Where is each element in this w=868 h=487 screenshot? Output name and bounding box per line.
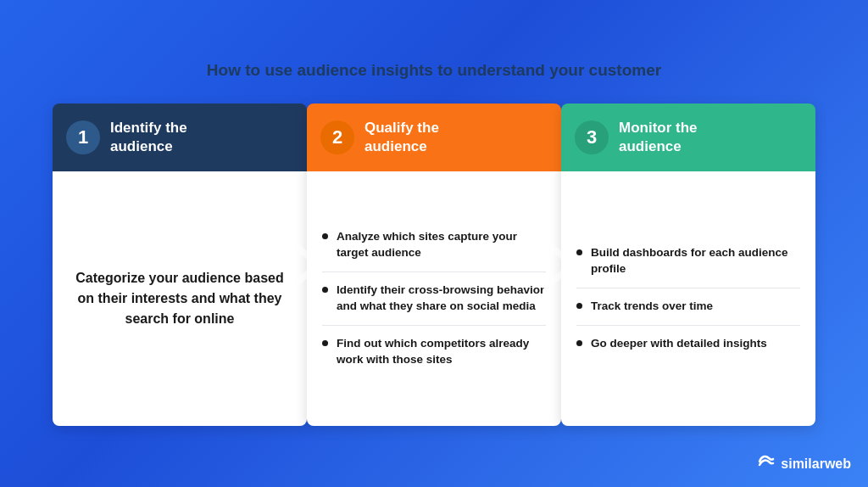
bullet-dot [322,340,328,346]
card-2-header: 2 Qualify the audience [307,104,561,171]
bullet-item: Go deeper with detailed insights [576,326,800,362]
card-2-body: Analyze which sites capture your target … [307,171,561,426]
bullet-item: Find out which competitors already work … [322,326,546,378]
bullet-dot [576,303,582,309]
bullet-text: Find out which competitors already work … [337,336,546,368]
bullet-text: Go deeper with detailed insights [591,336,767,352]
card-1-title: Identify the audience [110,119,187,156]
page-title: How to use audience insights to understa… [207,61,661,80]
card-1-header: 1 Identify the audience [53,104,307,171]
bullet-item: Build dashboards for each audience profi… [576,235,800,288]
card-wrapper-3: 3 Monitor the audience Build dashboards … [561,104,815,426]
bullet-item: Analyze which sites capture your target … [322,219,546,272]
step-number-3: 3 [575,120,609,154]
similarweb-icon [757,452,776,475]
bullet-dot [576,340,582,346]
similarweb-logo: similarweb [757,452,851,475]
step-number-2: 2 [320,120,354,154]
card-3-title: Monitor the audience [619,119,698,156]
card-1-main-text: Categorize your audience based on their … [68,268,292,329]
card-wrapper-1: 1 Identify the audience Categorize your … [53,104,307,426]
card-3: 3 Monitor the audience Build dashboards … [561,104,815,426]
bullet-item: Identify their cross-browsing behavior a… [322,272,546,326]
bullet-text: Analyze which sites capture your target … [337,229,546,261]
chevron-1 [288,239,326,290]
bullet-text: Build dashboards for each audience profi… [591,245,800,277]
card-3-bullet-list: Build dashboards for each audience profi… [576,235,800,362]
similarweb-text: similarweb [781,456,851,472]
card-2: 2 Qualify the audience Analyze which sit… [307,104,561,426]
card-2-title: Qualify the audience [364,119,439,156]
card-1-body: Categorize your audience based on their … [53,171,307,426]
cards-container: 1 Identify the audience Categorize your … [53,104,815,426]
step-number-1: 1 [66,120,100,154]
bullet-text: Track trends over time [591,299,713,315]
card-2-bullet-list: Analyze which sites capture your target … [322,219,546,378]
card-3-body: Build dashboards for each audience profi… [561,171,815,426]
bullet-item: Track trends over time [576,288,800,326]
card-1: 1 Identify the audience Categorize your … [53,104,307,426]
card-wrapper-2: 2 Qualify the audience Analyze which sit… [307,104,561,426]
card-3-header: 3 Monitor the audience [561,104,815,171]
chevron-2 [542,239,580,290]
bullet-text: Identify their cross-browsing behavior a… [337,283,546,315]
